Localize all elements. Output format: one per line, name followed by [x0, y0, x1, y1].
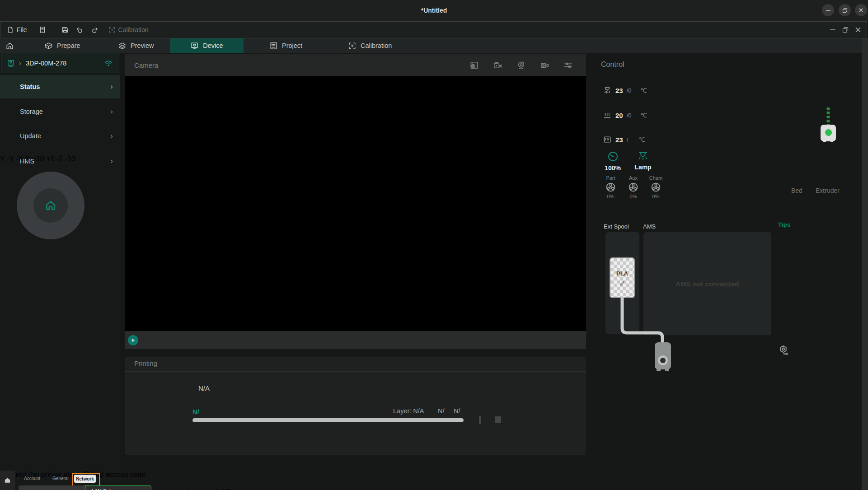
filament-strand	[825, 107, 831, 126]
chamber-temp-row[interactable]: 23 /_ ℃	[603, 135, 645, 144]
print-progress-bar[interactable]	[192, 418, 464, 422]
edit-pencil-icon[interactable]	[619, 279, 626, 286]
filament-settings-icon[interactable]	[777, 344, 789, 356]
preview-icon	[118, 42, 127, 50]
printer-name: 3DP-00M-278	[26, 60, 66, 67]
save-button[interactable]	[61, 26, 69, 33]
lamp-icon	[637, 149, 649, 162]
tab-preview[interactable]: Preview	[110, 38, 162, 53]
camera-play-button[interactable]	[128, 335, 138, 345]
printer-icon	[7, 59, 15, 67]
bed-axis-label: Bed	[791, 187, 802, 194]
fan-part[interactable]: Part 0%	[602, 175, 619, 199]
sidebar-item-status[interactable]: Status ›	[0, 75, 120, 98]
bed-temp-row[interactable]: 20 /0 ℃	[603, 111, 647, 120]
timelapse-icon[interactable]	[469, 60, 479, 70]
webcam-icon[interactable]	[516, 60, 526, 70]
app-window: *Untitled File Calibration	[0, 0, 868, 490]
video-camera-icon[interactable]	[540, 60, 550, 70]
home-icon	[4, 476, 11, 484]
calibration-menu[interactable]: Calibration	[108, 26, 149, 33]
lamp-control[interactable]: Lamp	[633, 149, 653, 171]
stop-print-button[interactable]	[495, 416, 501, 423]
app-close-button[interactable]	[855, 27, 861, 33]
filament-path	[605, 294, 678, 348]
app-restore-button[interactable]	[842, 27, 849, 33]
dpad-home-button[interactable]	[33, 188, 68, 223]
wifi-icon	[104, 59, 113, 68]
nozzle-temp-current: 23	[615, 87, 623, 94]
celsius-unit: ℃	[641, 87, 647, 94]
sidebar-item-storage[interactable]: Storage ›	[0, 100, 120, 123]
printing-title: Printing	[134, 359, 157, 367]
ext-spool-card[interactable]: PLA	[610, 257, 635, 298]
tab-device[interactable]: Device	[170, 38, 244, 53]
home-tab[interactable]	[1, 38, 19, 53]
fan-value: 0%	[625, 194, 642, 199]
tab-prepare[interactable]: Prepare	[36, 38, 89, 53]
tab-project[interactable]: Project	[261, 38, 310, 53]
celsius-unit: ℃	[639, 136, 646, 143]
fan-name: Aux	[625, 175, 642, 181]
scrollbar-track[interactable]	[862, 38, 868, 490]
tips-link[interactable]: Tips	[778, 221, 791, 228]
os-titlebar: *Untitled	[0, 0, 868, 21]
camera-toolbar	[125, 331, 586, 349]
dpad-label-y-minus: -Y	[7, 155, 14, 163]
lan-only-box: LAN Only	[85, 485, 151, 490]
os-close-button[interactable]	[855, 4, 867, 16]
chevron-right-icon: ›	[110, 157, 113, 166]
device-icon	[190, 42, 199, 50]
redo-button[interactable]	[91, 26, 99, 34]
save-icon	[61, 26, 69, 33]
printer-selector[interactable]: › 3DP-00M-278	[1, 53, 119, 73]
recording-icon[interactable]	[493, 60, 503, 70]
extruder-wheel-hole	[660, 358, 666, 363]
sidebar-item-update[interactable]: Update ›	[0, 124, 120, 148]
fan-chamber[interactable]: Cham 0%	[647, 175, 664, 199]
pause-print-button[interactable]	[475, 416, 483, 424]
dpad-label-x-minus: -X	[16, 155, 23, 163]
camera-settings-icon[interactable]	[563, 60, 573, 70]
print-task-name: N/A	[198, 384, 210, 392]
play-icon	[131, 338, 136, 343]
app-minimize-button[interactable]	[830, 27, 836, 33]
filament-dot	[825, 129, 832, 136]
minimize-icon	[830, 27, 836, 33]
extruder-graphic	[821, 125, 836, 141]
undo-button[interactable]	[76, 26, 84, 34]
os-restore-button[interactable]	[839, 4, 851, 16]
file-menu[interactable]: File	[7, 26, 27, 33]
tab-label: Device	[203, 42, 223, 49]
illustration-tab-general: General	[52, 476, 69, 481]
os-minimize-button[interactable]	[822, 4, 834, 16]
calibration-icon	[348, 42, 357, 50]
dpad-y-minus-button[interactable]	[28, 228, 73, 256]
ext-spool-label: Ext Spool	[604, 223, 629, 230]
printing-panel: Printing N/A N/ Layer: N/A N/ N/	[125, 357, 586, 455]
dpad-x-plus-button[interactable]	[73, 183, 101, 228]
sidebar-item-label: Update	[20, 132, 41, 140]
chevron-right-icon: ›	[110, 107, 113, 116]
project-icon	[269, 42, 278, 50]
tab-calibration[interactable]: Calibration	[340, 38, 400, 53]
calibration-icon	[108, 26, 116, 33]
illustration-tab-account: Account	[24, 476, 40, 481]
prepare-icon	[44, 42, 53, 50]
connect-printer-dialog: Connect the printer using IP and access …	[0, 471, 360, 490]
notes-button[interactable]	[39, 26, 46, 33]
nozzle-temp-row[interactable]: 23 /0 ℃	[603, 86, 647, 95]
calibration-menu-label: Calibration	[118, 26, 149, 33]
lamp-label: Lamp	[633, 163, 653, 171]
dpad-x-minus-button[interactable]	[0, 183, 28, 228]
speed-control[interactable]: 100%	[603, 150, 623, 172]
bed-icon	[603, 111, 612, 120]
extruder-foot	[830, 140, 833, 142]
spool-material-label: PLA	[616, 270, 628, 277]
ams-not-connected-text: AMS not connected	[676, 280, 739, 288]
fan-aux[interactable]: Aux 0%	[625, 175, 642, 199]
main-tabbar: Prepare Preview Device Project Calibrati…	[0, 38, 868, 53]
sidebar: › 3DP-00M-278 Status › Storage › Update …	[0, 53, 120, 490]
control-title: Control	[601, 61, 624, 69]
dpad-y-plus-button[interactable]	[28, 155, 73, 183]
